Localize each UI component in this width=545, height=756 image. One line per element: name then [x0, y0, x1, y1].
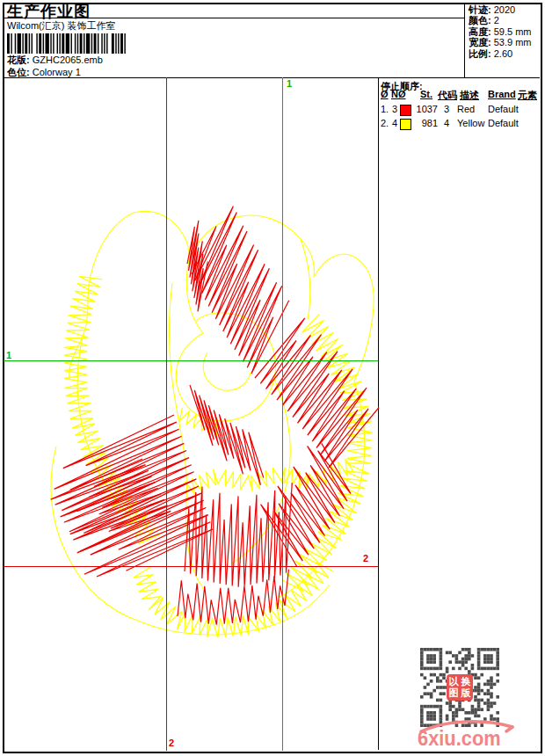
guide-label-red-right: 2	[363, 554, 368, 563]
col-stop-number: Ø	[381, 89, 389, 99]
col-description: 描述	[460, 89, 479, 102]
watermark-text: 6xiu.com	[418, 727, 501, 751]
color-swatch-red	[400, 105, 411, 116]
col-brand: Brand	[488, 89, 516, 99]
guide-label-green-left: 1	[6, 351, 11, 360]
yellow-outlines	[51, 211, 374, 635]
col-element: 元素	[518, 89, 537, 102]
col-stitches: St.	[420, 89, 432, 99]
red-satin-fans	[51, 206, 379, 624]
col-needle-number: NØ	[391, 89, 406, 99]
red-seal: 以 换 图 版	[447, 674, 473, 701]
color-swatch-yellow	[400, 119, 411, 130]
yellow-zigzag-bands	[64, 276, 373, 637]
col-code: 代码	[438, 89, 457, 102]
guide-label-green-top: 1	[287, 79, 292, 88]
guide-label-red-bottom: 2	[169, 738, 174, 747]
